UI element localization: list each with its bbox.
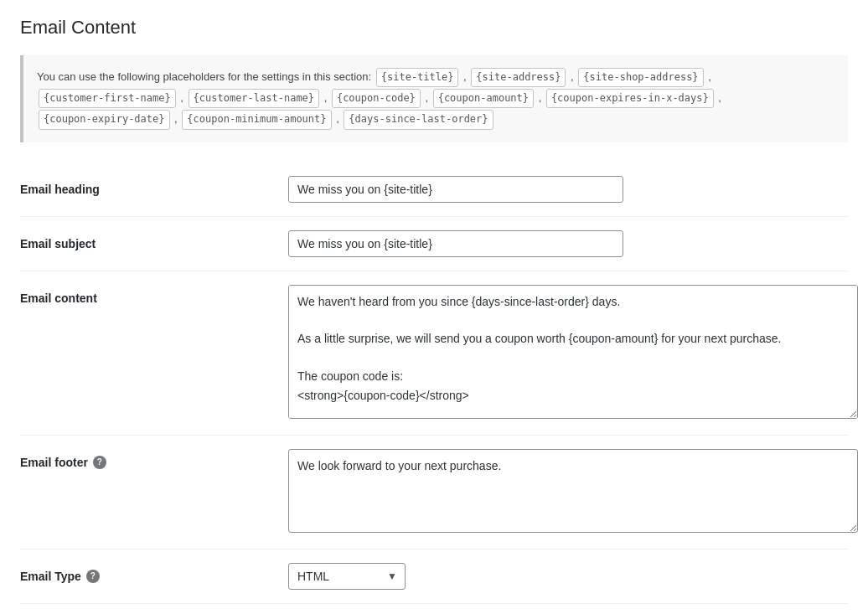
email-footer-textarea[interactable]: We look forward to your next purchase.	[288, 449, 858, 533]
email-footer-input-cell: We look forward to your next purchase.	[288, 449, 858, 535]
info-box: You can use the following placeholders f…	[20, 55, 848, 142]
email-subject-input-cell	[288, 230, 848, 257]
email-subject-label: Email subject	[20, 237, 96, 250]
placeholder-site-title: {site-title}	[376, 68, 459, 87]
email-content-input-cell: We haven't heard from you since {days-si…	[288, 285, 858, 421]
placeholder-site-shop-address: {site-shop-address}	[578, 68, 703, 87]
email-footer-help-icon[interactable]: ?	[93, 456, 106, 469]
placeholder-coupon-code: {coupon-code}	[332, 89, 421, 108]
email-type-row: Email Type ? HTML Plain text ▼	[20, 550, 848, 604]
email-subject-input[interactable]	[288, 230, 623, 257]
email-type-input-cell: HTML Plain text ▼	[288, 563, 848, 590]
email-content-label-cell: Email content	[20, 285, 288, 305]
placeholder-coupon-expiry-date: {coupon-expiry-date}	[39, 110, 170, 129]
placeholder-days-since-last-order: {days-since-last-order}	[344, 110, 493, 129]
email-content-label: Email content	[20, 292, 97, 305]
email-footer-label-cell: Email footer ?	[20, 449, 288, 469]
placeholder-coupon-amount: {coupon-amount}	[433, 89, 534, 108]
email-type-label: Email Type	[20, 570, 81, 583]
placeholder-customer-last-name: {customer-last-name}	[189, 89, 320, 108]
email-heading-input[interactable]	[288, 176, 623, 203]
email-heading-label: Email heading	[20, 183, 100, 196]
email-heading-row: Email heading	[20, 163, 848, 217]
email-content-row: Email content We haven't heard from you …	[20, 271, 848, 436]
email-type-help-icon[interactable]: ?	[86, 570, 100, 583]
email-type-label-cell: Email Type ?	[20, 563, 288, 583]
placeholder-coupon-minimum-amount: {coupon-minimum-amount}	[182, 110, 331, 129]
placeholder-site-address: {site-address}	[471, 68, 566, 87]
email-heading-input-cell	[288, 176, 848, 203]
email-subject-label-cell: Email subject	[20, 230, 288, 250]
email-type-select-wrapper: HTML Plain text ▼	[288, 563, 406, 590]
email-subject-row: Email subject	[20, 217, 848, 271]
email-footer-label: Email footer	[20, 456, 88, 469]
placeholder-coupon-expires: {coupon-expires-in-x-days}	[546, 89, 714, 108]
page-title: Email Content	[20, 17, 848, 39]
info-box-text: You can use the following placeholders f…	[37, 70, 371, 83]
email-type-select[interactable]: HTML Plain text	[288, 563, 406, 590]
placeholder-customer-first-name: {customer-first-name}	[39, 89, 176, 108]
email-heading-label-cell: Email heading	[20, 176, 288, 196]
email-footer-row: Email footer ? We look forward to your n…	[20, 436, 848, 550]
email-content-textarea[interactable]: We haven't heard from you since {days-si…	[288, 285, 858, 419]
